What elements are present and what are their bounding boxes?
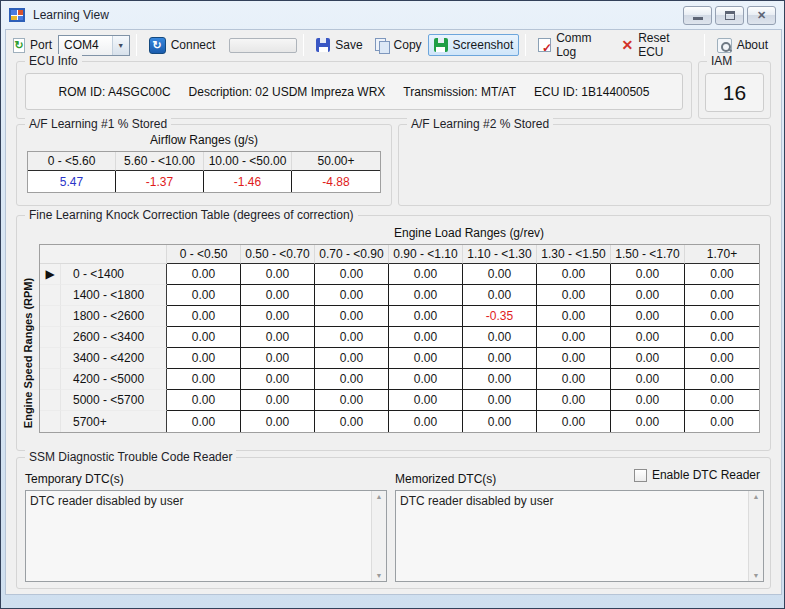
knock-value-cell[interactable]: 0.00: [611, 264, 685, 285]
knock-value-cell[interactable]: 0.00: [611, 348, 685, 369]
knock-value-cell[interactable]: 0.00: [537, 411, 611, 432]
knock-value-cell[interactable]: 0.00: [315, 306, 389, 327]
row-selector-cell[interactable]: [40, 348, 61, 369]
knock-value-cell[interactable]: 0.00: [537, 327, 611, 348]
knock-value-cell[interactable]: 0.00: [463, 327, 537, 348]
af1-value-cell[interactable]: -4.88: [292, 171, 380, 192]
memorized-dtc-textarea[interactable]: DTC reader disabled by user ▲ ▼: [395, 490, 764, 582]
knock-column-header[interactable]: 0.90 - <1.10: [389, 245, 463, 264]
knock-value-cell[interactable]: 0.00: [463, 369, 537, 390]
knock-value-cell[interactable]: 0.00: [241, 369, 315, 390]
knock-row-header[interactable]: 5000 - <5700: [61, 390, 167, 411]
knock-value-cell[interactable]: 0.00: [389, 348, 463, 369]
knock-value-cell[interactable]: 0.00: [537, 285, 611, 306]
knock-value-cell[interactable]: 0.00: [685, 264, 759, 285]
knock-value-cell[interactable]: 0.00: [241, 348, 315, 369]
knock-value-cell[interactable]: 0.00: [685, 348, 759, 369]
knock-value-cell[interactable]: 0.00: [463, 411, 537, 432]
knock-value-cell[interactable]: 0.00: [537, 264, 611, 285]
knock-value-cell[interactable]: 0.00: [315, 264, 389, 285]
knock-value-cell[interactable]: 0.00: [389, 306, 463, 327]
knock-value-cell[interactable]: 0.00: [537, 306, 611, 327]
scroll-up-icon[interactable]: ▲: [372, 493, 386, 500]
maximize-button[interactable]: [715, 6, 744, 25]
knock-value-cell[interactable]: 0.00: [463, 285, 537, 306]
knock-value-cell[interactable]: 0.00: [241, 285, 315, 306]
knock-value-cell[interactable]: 0.00: [463, 264, 537, 285]
enable-dtc-reader-control[interactable]: Enable DTC Reader: [634, 468, 760, 482]
row-selector-cell[interactable]: [40, 390, 61, 411]
row-selector-cell[interactable]: [40, 306, 61, 327]
knock-value-cell[interactable]: 0.00: [463, 390, 537, 411]
comm-log-button[interactable]: ✓ Comm Log: [532, 27, 615, 63]
enable-dtc-reader-checkbox[interactable]: [634, 469, 647, 482]
knock-value-cell[interactable]: 0.00: [241, 411, 315, 432]
knock-value-cell[interactable]: 0.00: [611, 411, 685, 432]
knock-value-cell[interactable]: 0.00: [611, 285, 685, 306]
row-selector-cell[interactable]: [40, 285, 61, 306]
port-refresh-icon[interactable]: ↻: [13, 38, 25, 53]
knock-row-header[interactable]: 5700+: [61, 411, 167, 432]
chevron-down-icon[interactable]: ▼: [112, 36, 129, 55]
knock-value-cell[interactable]: 0.00: [167, 411, 241, 432]
knock-column-header[interactable]: 0.70 - <0.90: [315, 245, 389, 264]
knock-value-cell[interactable]: 0.00: [315, 411, 389, 432]
title-bar[interactable]: Learning View ✕: [1, 1, 784, 29]
knock-value-cell[interactable]: 0.00: [167, 306, 241, 327]
reset-ecu-button[interactable]: ✕ Reset ECU: [615, 27, 697, 63]
row-selector-cell[interactable]: [40, 369, 61, 390]
knock-value-cell[interactable]: 0.00: [315, 327, 389, 348]
knock-value-cell[interactable]: 0.00: [685, 285, 759, 306]
af1-column-header[interactable]: 10.00 - <50.00: [204, 152, 292, 171]
knock-row-header[interactable]: 4200 - <5000: [61, 369, 167, 390]
knock-column-header[interactable]: 1.30 - <1.50: [537, 245, 611, 264]
knock-value-cell[interactable]: -0.35: [463, 306, 537, 327]
knock-column-header[interactable]: 1.10 - <1.30: [463, 245, 537, 264]
knock-value-cell[interactable]: 0.00: [167, 369, 241, 390]
save-button[interactable]: Save: [310, 34, 368, 56]
af1-column-header[interactable]: 0 - <5.60: [28, 152, 116, 171]
knock-value-cell[interactable]: 0.00: [167, 348, 241, 369]
scroll-up-icon[interactable]: ▲: [749, 493, 763, 500]
row-selector-cell[interactable]: [40, 327, 61, 348]
knock-value-cell[interactable]: 0.00: [389, 264, 463, 285]
knock-value-cell[interactable]: 0.00: [389, 390, 463, 411]
close-button[interactable]: ✕: [747, 6, 776, 25]
knock-value-cell[interactable]: 0.00: [685, 306, 759, 327]
knock-column-header[interactable]: 1.70+: [685, 245, 759, 264]
knock-value-cell[interactable]: 0.00: [389, 369, 463, 390]
screenshot-button[interactable]: Screenshot: [428, 34, 520, 56]
temporary-dtc-textarea[interactable]: DTC reader disabled by user ▲ ▼: [25, 490, 387, 582]
knock-value-cell[interactable]: 0.00: [241, 390, 315, 411]
knock-value-cell[interactable]: 0.00: [611, 327, 685, 348]
knock-row-header[interactable]: 0 - <1400: [61, 264, 167, 285]
knock-value-cell[interactable]: 0.00: [389, 327, 463, 348]
af1-column-header[interactable]: 5.60 - <10.00: [116, 152, 204, 171]
knock-value-cell[interactable]: 0.00: [537, 390, 611, 411]
knock-value-cell[interactable]: 0.00: [241, 327, 315, 348]
knock-value-cell[interactable]: 0.00: [315, 285, 389, 306]
knock-row-header[interactable]: 1800 - <2600: [61, 306, 167, 327]
knock-value-cell[interactable]: 0.00: [389, 285, 463, 306]
knock-value-cell[interactable]: 0.00: [685, 327, 759, 348]
knock-value-cell[interactable]: 0.00: [685, 411, 759, 432]
knock-row-header[interactable]: 2600 - <3400: [61, 327, 167, 348]
knock-value-cell[interactable]: 0.00: [685, 369, 759, 390]
knock-value-cell[interactable]: 0.00: [315, 348, 389, 369]
knock-value-cell[interactable]: 0.00: [685, 390, 759, 411]
af1-value-cell[interactable]: -1.37: [116, 171, 204, 192]
knock-value-cell[interactable]: 0.00: [241, 306, 315, 327]
temporary-dtc-scrollbar[interactable]: ▲ ▼: [371, 491, 386, 581]
knock-column-header[interactable]: 0 - <0.50: [167, 245, 241, 264]
connect-button[interactable]: ↻ Connect: [143, 33, 222, 58]
knock-column-header[interactable]: 1.50 - <1.70: [611, 245, 685, 264]
knock-value-cell[interactable]: 0.00: [167, 390, 241, 411]
knock-value-cell[interactable]: 0.00: [611, 369, 685, 390]
knock-row-header[interactable]: 1400 - <1800: [61, 285, 167, 306]
af1-column-header[interactable]: 50.00+: [292, 152, 380, 171]
knock-value-cell[interactable]: 0.00: [167, 264, 241, 285]
knock-value-cell[interactable]: 0.00: [537, 348, 611, 369]
row-selector-cell[interactable]: ▶: [40, 264, 61, 285]
copy-button[interactable]: Copy: [369, 34, 428, 57]
knock-value-cell[interactable]: 0.00: [315, 390, 389, 411]
